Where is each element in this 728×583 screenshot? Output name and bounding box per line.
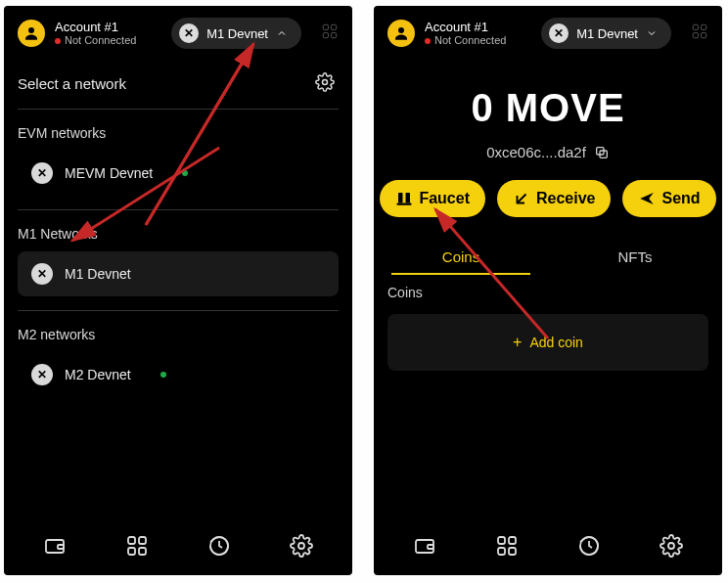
address-row[interactable]: 0xce06c....da2f xyxy=(374,144,722,160)
svg-rect-29 xyxy=(498,537,505,544)
account-status: Not Connected xyxy=(425,34,506,47)
nav-settings[interactable] xyxy=(290,534,313,561)
button-label: Send xyxy=(661,190,700,207)
button-label: Faucet xyxy=(419,190,470,207)
select-network-row: Select a network xyxy=(4,59,352,109)
svg-rect-21 xyxy=(702,33,706,38)
svg-rect-26 xyxy=(397,203,412,205)
svg-point-17 xyxy=(398,27,404,33)
svg-rect-25 xyxy=(406,193,411,203)
svg-rect-32 xyxy=(509,548,516,555)
svg-rect-6 xyxy=(46,540,64,553)
nav-settings[interactable] xyxy=(660,534,683,561)
svg-rect-20 xyxy=(693,33,698,38)
svg-rect-30 xyxy=(509,537,516,544)
status-text: Not Connected xyxy=(65,34,136,47)
svg-point-13 xyxy=(298,543,304,549)
nav-apps[interactable] xyxy=(495,534,519,561)
svg-rect-7 xyxy=(58,545,64,549)
gear-icon xyxy=(290,534,313,558)
section-evm-label: EVM networks xyxy=(4,110,352,151)
tab-nfts[interactable]: NFTs xyxy=(548,239,722,275)
svg-rect-2 xyxy=(332,24,337,29)
add-coin-label: Add coin xyxy=(529,335,582,350)
nav-history[interactable] xyxy=(207,534,231,561)
add-coin-button[interactable]: + Add coin xyxy=(387,314,708,371)
history-icon xyxy=(207,534,231,558)
network-item-m1[interactable]: ✕ M1 Devnet xyxy=(18,251,339,296)
apps-icon[interactable] xyxy=(321,22,339,44)
svg-rect-31 xyxy=(498,548,505,555)
nav-wallet[interactable] xyxy=(413,534,436,561)
network-item-mevm[interactable]: ✕ MEVM Devnet xyxy=(18,151,339,196)
svg-rect-28 xyxy=(428,545,433,549)
account-status: Not Connected xyxy=(55,34,136,47)
network-label: M1 Devnet xyxy=(576,26,638,41)
status-dot-icon xyxy=(425,38,431,44)
receive-button[interactable]: Receive xyxy=(497,180,612,217)
svg-point-34 xyxy=(668,543,674,549)
svg-point-5 xyxy=(323,80,328,85)
tab-coins[interactable]: Coins xyxy=(374,239,548,275)
network-name: MEVM Devnet xyxy=(65,165,153,181)
header: Account #1 Not Connected ✕ M1 Devnet xyxy=(4,6,352,59)
avatar[interactable] xyxy=(18,20,45,47)
send-icon xyxy=(638,190,656,207)
history-icon xyxy=(577,534,601,558)
phone-right: Account #1 Not Connected ✕ M1 Devnet 0 M… xyxy=(374,6,722,575)
network-selector[interactable]: ✕ M1 Devnet xyxy=(541,18,671,49)
svg-rect-11 xyxy=(139,548,146,555)
wallet-icon xyxy=(43,534,67,558)
nav-apps[interactable] xyxy=(125,534,149,561)
apps-icon[interactable] xyxy=(691,22,708,44)
apps-icon xyxy=(125,534,149,558)
network-item-m2[interactable]: ✕ M2 Devnet xyxy=(18,352,339,397)
status-dot-icon xyxy=(182,170,188,176)
settings-button[interactable] xyxy=(315,72,335,95)
account-info: Account #1 Not Connected xyxy=(55,20,136,48)
receive-icon xyxy=(513,190,530,207)
avatar[interactable] xyxy=(387,20,415,47)
nav-history[interactable] xyxy=(577,534,601,561)
select-network-title: Select a network xyxy=(18,75,126,92)
network-icon: ✕ xyxy=(31,263,53,285)
network-icon: ✕ xyxy=(179,23,199,43)
apps-icon xyxy=(495,534,519,558)
chevron-up-icon xyxy=(276,27,288,39)
svg-rect-1 xyxy=(323,24,328,29)
svg-rect-8 xyxy=(128,537,135,544)
network-icon: ✕ xyxy=(549,23,569,43)
nav-wallet[interactable] xyxy=(43,534,67,561)
network-icon: ✕ xyxy=(31,162,53,184)
faucet-icon xyxy=(395,190,413,207)
svg-rect-18 xyxy=(693,24,698,29)
network-name: M1 Devnet xyxy=(65,266,131,282)
plus-icon: + xyxy=(513,334,522,351)
chevron-down-icon xyxy=(646,27,658,39)
header: Account #1 Not Connected ✕ M1 Devnet xyxy=(374,6,722,59)
network-icon: ✕ xyxy=(31,364,53,385)
section-m2-label: M2 networks xyxy=(4,311,352,352)
svg-rect-19 xyxy=(702,24,706,29)
svg-rect-3 xyxy=(323,33,328,38)
svg-rect-27 xyxy=(416,540,433,553)
address-text: 0xce06c....da2f xyxy=(486,144,586,160)
svg-rect-10 xyxy=(128,548,135,555)
network-label: M1 Devnet xyxy=(206,26,268,41)
status-dot-icon xyxy=(55,38,61,44)
tab-label: Coins xyxy=(442,248,479,265)
network-selector[interactable]: ✕ M1 Devnet xyxy=(171,18,301,49)
phone-left: Account #1 Not Connected ✕ M1 Devnet Sel… xyxy=(4,6,352,575)
send-button[interactable]: Send xyxy=(622,180,715,217)
action-buttons: Faucet Receive Send xyxy=(374,180,722,217)
status-text: Not Connected xyxy=(434,34,506,47)
account-name: Account #1 xyxy=(55,20,136,35)
status-dot-icon xyxy=(160,372,166,378)
bottom-nav xyxy=(374,518,722,575)
account-name: Account #1 xyxy=(425,20,506,35)
gear-icon xyxy=(660,534,683,558)
wallet-icon xyxy=(413,534,436,558)
faucet-button[interactable]: Faucet xyxy=(380,180,485,217)
coins-header: Coins xyxy=(374,275,722,306)
button-label: Receive xyxy=(536,190,596,207)
